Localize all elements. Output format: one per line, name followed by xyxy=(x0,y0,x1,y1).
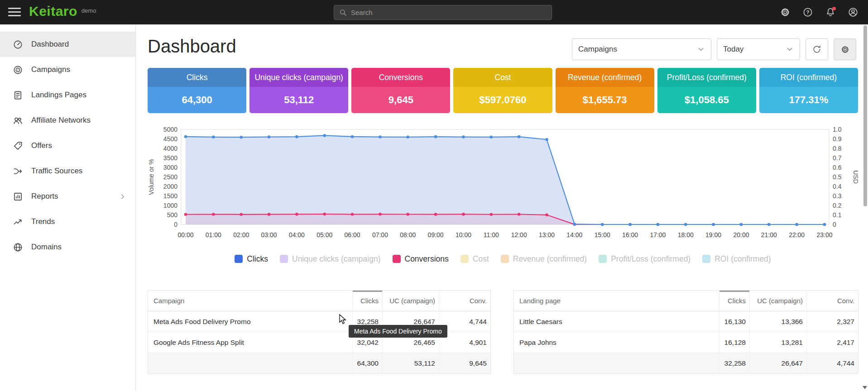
metric-card-roi-confirmed[interactable]: ROI (confirmed)177.31% xyxy=(759,68,858,113)
svg-text:0: 0 xyxy=(174,221,177,228)
scrollbar-thumb[interactable] xyxy=(863,25,867,206)
legend-item-clicks[interactable]: Clicks xyxy=(235,254,268,264)
column-header-uc-campaign[interactable]: UC (campaign) xyxy=(383,291,439,311)
sidebar-item-domains[interactable]: Domains xyxy=(0,234,135,260)
legend-item-unique-clicks-campaign[interactable]: Unique clicks (campaign) xyxy=(280,254,381,264)
help-icon[interactable]: ? xyxy=(798,3,817,21)
legend-item-revenue-confirmed[interactable]: Revenue (confirmed) xyxy=(501,254,587,264)
sidebar-item-trends[interactable]: Trends xyxy=(0,209,135,234)
svg-text:1000: 1000 xyxy=(163,202,177,209)
svg-text:05:00: 05:00 xyxy=(317,231,332,238)
svg-text:08:00: 08:00 xyxy=(400,231,416,238)
svg-text:2500: 2500 xyxy=(163,173,177,181)
sidebar-item-campaigns[interactable]: Campaigns xyxy=(0,57,135,82)
row-label[interactable]: Papa Johns xyxy=(514,332,719,353)
legend-swatch xyxy=(460,255,469,263)
legend-item-roi-confirmed[interactable]: ROI (confirmed) xyxy=(702,254,771,264)
metric-label: Clicks xyxy=(148,68,246,87)
sidebar-item-landings-pages[interactable]: Landings Pages xyxy=(0,82,135,108)
svg-text:20:00: 20:00 xyxy=(733,231,749,238)
column-header-clicks[interactable]: Clicks xyxy=(353,291,383,311)
legend-item-cost[interactable]: Cost xyxy=(460,254,489,264)
legend-label: Clicks xyxy=(247,254,268,264)
column-header-conv[interactable]: Conv. xyxy=(807,291,858,311)
svg-text:13:00: 13:00 xyxy=(539,231,555,238)
sidebar-item-label: Traffic Sources xyxy=(31,167,82,176)
sidebar-item-dashboard[interactable]: Dashboard xyxy=(0,32,135,57)
svg-text:0.2: 0.2 xyxy=(833,202,842,209)
campaigns-icon xyxy=(12,64,23,75)
svg-text:0.9: 0.9 xyxy=(833,135,842,143)
svg-text:0.4: 0.4 xyxy=(833,183,842,190)
table-row[interactable]: Little Caesars16,13013,3662,327 xyxy=(514,311,858,332)
legend-item-conversions[interactable]: Conversions xyxy=(393,254,449,264)
daterange-select[interactable]: Today xyxy=(717,38,800,60)
metric-card-cost[interactable]: Cost$597.0760 xyxy=(453,68,552,113)
legend-label: Conversions xyxy=(405,254,449,264)
metric-card-revenue-confirmed[interactable]: Revenue (confirmed)$1,655.73 xyxy=(556,68,654,113)
svg-text:0.7: 0.7 xyxy=(833,154,842,162)
refresh-icon xyxy=(812,44,822,54)
metric-card-unique-clicks-campaign[interactable]: Unique clicks (campaign)53,112 xyxy=(249,68,348,113)
column-header-campaign[interactable]: Campaign xyxy=(148,291,353,311)
search-input[interactable] xyxy=(351,9,547,16)
totals-cell: 32,258 xyxy=(719,353,750,374)
sidebar-item-reports[interactable]: Reports xyxy=(0,184,135,209)
table-row[interactable]: Papa Johns16,12813,2812,417 xyxy=(514,332,858,353)
sidebar-item-label: Reports xyxy=(31,192,58,201)
brand-logo[interactable]: Keitarodemo xyxy=(29,4,96,19)
dashboard-settings-button[interactable] xyxy=(834,38,856,60)
metric-value: 53,112 xyxy=(249,87,348,113)
svg-text:500: 500 xyxy=(167,211,178,219)
svg-text:3500: 3500 xyxy=(163,154,177,162)
row-label[interactable]: Meta Ads Food Delivery Promo xyxy=(148,311,353,332)
chart-legend: ClicksUnique clicks (campaign)Conversion… xyxy=(148,253,858,265)
svg-text:?: ? xyxy=(806,10,809,15)
column-header-landing-page[interactable]: Landing page xyxy=(514,291,719,311)
sidebar-item-affiliate-networks[interactable]: Affiliate Networks xyxy=(0,108,135,133)
main-content: Dashboard Campaigns Today Clicks64,300Un… xyxy=(136,24,868,391)
legend-swatch xyxy=(501,255,509,263)
totals-cell: 64,300 xyxy=(353,353,383,374)
table-cell: 16,128 xyxy=(719,332,750,353)
row-label[interactable]: Little Caesars xyxy=(514,311,719,332)
svg-text:0.5: 0.5 xyxy=(833,173,842,181)
svg-text:06:00: 06:00 xyxy=(345,231,360,238)
settings-gear-icon[interactable] xyxy=(776,3,795,21)
legend-swatch xyxy=(280,255,288,263)
brand-text: Keitaro xyxy=(29,4,77,19)
sidebar-item-offers[interactable]: Offers xyxy=(0,133,135,158)
table-cell: 2,327 xyxy=(807,311,858,332)
account-icon[interactable] xyxy=(844,3,863,21)
menu-icon[interactable] xyxy=(8,8,21,17)
svg-text:3000: 3000 xyxy=(163,164,177,171)
sidebar-item-label: Landings Pages xyxy=(31,91,86,100)
svg-text:1.0: 1.0 xyxy=(833,126,842,133)
sidebar: DashboardCampaignsLandings PagesAffiliat… xyxy=(0,24,136,391)
landings-table: Landing pageClicksUC (campaign)Conv.Litt… xyxy=(513,290,858,374)
chevron-down-icon xyxy=(786,45,794,53)
svg-text:0.1: 0.1 xyxy=(833,211,842,219)
refresh-button[interactable] xyxy=(806,38,828,60)
svg-text:0.3: 0.3 xyxy=(833,192,842,200)
sidebar-item-traffic-sources[interactable]: Traffic Sources xyxy=(0,158,135,184)
svg-text:5000: 5000 xyxy=(163,126,177,133)
column-header-conv[interactable]: Conv. xyxy=(439,291,491,311)
metric-card-conversions[interactable]: Conversions9,645 xyxy=(351,68,450,113)
metric-card-clicks[interactable]: Clicks64,300 xyxy=(148,68,246,113)
table-cell: 16,130 xyxy=(719,311,750,332)
table-cell: 13,281 xyxy=(750,332,807,353)
metric-label: Unique clicks (campaign) xyxy=(249,68,348,87)
column-header-uc-campaign[interactable]: UC (campaign) xyxy=(750,291,807,311)
legend-item-profit-loss-confirmed[interactable]: Profit/Loss (confirmed) xyxy=(599,254,691,264)
sidebar-item-label: Domains xyxy=(31,243,62,252)
metric-card-profit-loss-confirmed[interactable]: Profit/Loss (confirmed)$1,058.65 xyxy=(657,68,756,113)
brand-demo-label: demo xyxy=(82,7,96,14)
notifications-bell-icon[interactable] xyxy=(821,3,840,21)
svg-text:Volume or %: Volume or % xyxy=(148,159,155,195)
svg-text:07:00: 07:00 xyxy=(372,231,388,238)
column-header-clicks[interactable]: Clicks xyxy=(719,291,750,311)
row-label[interactable]: Google Ads Fitness App Split xyxy=(148,332,353,353)
scroll-down-icon[interactable] xyxy=(863,386,867,389)
grouping-select[interactable]: Campaigns xyxy=(572,38,711,60)
